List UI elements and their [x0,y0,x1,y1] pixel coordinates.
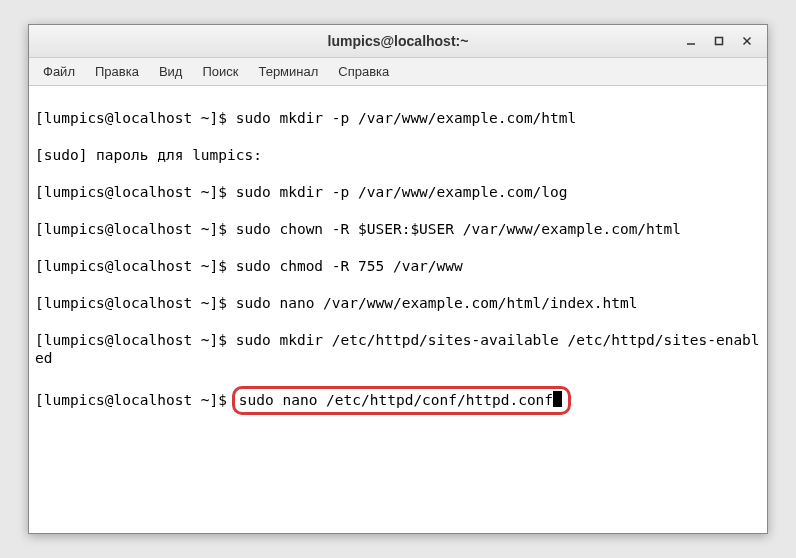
highlighted-command: sudo nano /etc/httpd/conf/httpd.conf [232,386,571,415]
prompt: [lumpics@localhost ~]$ [35,332,236,348]
cursor-icon [553,391,562,407]
prompt: [lumpics@localhost ~]$ [35,184,236,200]
menu-file[interactable]: Файл [33,60,85,83]
command-text: sudo nano /var/www/example.com/html/inde… [236,295,638,311]
menubar: Файл Правка Вид Поиск Терминал Справка [29,58,767,86]
prompt: [lumpics@localhost ~]$ [35,110,236,126]
terminal-line: [sudo] пароль для lumpics: [35,146,761,165]
titlebar: lumpics@localhost:~ [29,25,767,58]
svg-rect-1 [716,38,723,45]
terminal-line: [lumpics@localhost ~]$ sudo chown -R $US… [35,220,761,239]
maximize-button[interactable] [705,29,733,53]
menu-edit[interactable]: Правка [85,60,149,83]
prompt: [lumpics@localhost ~]$ [35,221,236,237]
prompt: [lumpics@localhost ~]$ [35,392,236,408]
command-text: sudo nano /etc/httpd/conf/httpd.conf [239,392,553,408]
terminal-current-line: [lumpics@localhost ~]$ sudo nano /etc/ht… [35,386,761,415]
terminal-line: [lumpics@localhost ~]$ sudo chmod -R 755… [35,257,761,276]
close-button[interactable] [733,29,761,53]
menu-terminal[interactable]: Терминал [248,60,328,83]
command-text: [sudo] пароль для lumpics: [35,147,262,163]
terminal-line: [lumpics@localhost ~]$ sudo nano /var/ww… [35,294,761,313]
command-text: sudo chown -R $USER:$USER /var/www/examp… [236,221,681,237]
window-controls [677,25,761,57]
prompt: [lumpics@localhost ~]$ [35,258,236,274]
terminal-line: [lumpics@localhost ~]$ sudo mkdir -p /va… [35,183,761,202]
menu-search[interactable]: Поиск [192,60,248,83]
minimize-button[interactable] [677,29,705,53]
terminal-line: [lumpics@localhost ~]$ sudo mkdir -p /va… [35,109,761,128]
menu-help[interactable]: Справка [328,60,399,83]
terminal-line: [lumpics@localhost ~]$ sudo mkdir /etc/h… [35,331,761,368]
menu-view[interactable]: Вид [149,60,193,83]
command-text: sudo mkdir -p /var/www/example.com/log [236,184,568,200]
terminal-output[interactable]: [lumpics@localhost ~]$ sudo mkdir -p /va… [29,86,767,533]
window-title: lumpics@localhost:~ [328,33,469,49]
terminal-window: lumpics@localhost:~ Файл Правка Вид Поис… [28,24,768,534]
command-text: sudo chmod -R 755 /var/www [236,258,463,274]
command-text: sudo mkdir -p /var/www/example.com/html [236,110,576,126]
prompt: [lumpics@localhost ~]$ [35,295,236,311]
